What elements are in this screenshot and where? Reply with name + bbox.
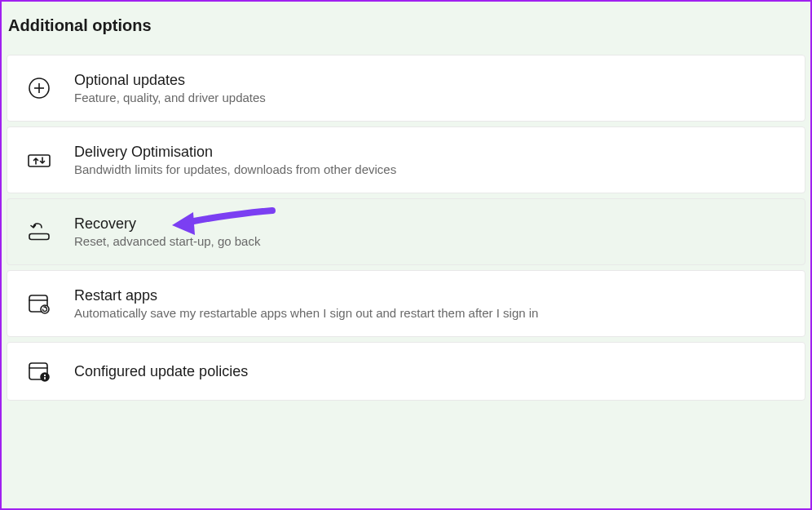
option-text: Restart apps Automatically save my resta…: [74, 287, 538, 320]
option-text: Configured update policies: [74, 363, 248, 380]
policies-icon: [27, 359, 51, 384]
plus-circle-icon: [27, 76, 51, 100]
section-title: Additional options: [2, 2, 810, 50]
option-title: Recovery: [74, 215, 260, 233]
option-optional-updates[interactable]: Optional updates Feature, quality, and d…: [7, 55, 805, 122]
option-title: Restart apps: [74, 287, 538, 304]
option-title: Delivery Optimisation: [74, 144, 396, 161]
option-subtitle: Automatically save my restartable apps w…: [74, 306, 538, 320]
restart-apps-icon: [27, 291, 51, 316]
option-subtitle: Reset, advanced start-up, go back: [74, 234, 260, 248]
option-recovery[interactable]: Recovery Reset, advanced start-up, go ba…: [7, 198, 805, 265]
option-restart-apps[interactable]: Restart apps Automatically save my resta…: [7, 270, 805, 337]
option-configured-policies[interactable]: Configured update policies: [7, 342, 805, 401]
option-text: Optional updates Feature, quality, and d…: [74, 72, 266, 104]
svg-rect-11: [44, 377, 46, 379]
option-title: Configured update policies: [74, 363, 248, 380]
recovery-icon: [27, 220, 51, 244]
svg-rect-3: [29, 155, 50, 166]
option-delivery-optimisation[interactable]: Delivery Optimisation Bandwidth limits f…: [7, 126, 805, 193]
delivery-icon: [27, 148, 51, 172]
option-text: Recovery Reset, advanced start-up, go ba…: [74, 215, 260, 248]
option-text: Delivery Optimisation Bandwidth limits f…: [74, 144, 396, 176]
option-title: Optional updates: [74, 72, 266, 89]
svg-rect-10: [44, 375, 46, 376]
option-subtitle: Feature, quality, and driver updates: [74, 91, 266, 104]
option-subtitle: Bandwidth limits for updates, downloads …: [74, 162, 396, 176]
